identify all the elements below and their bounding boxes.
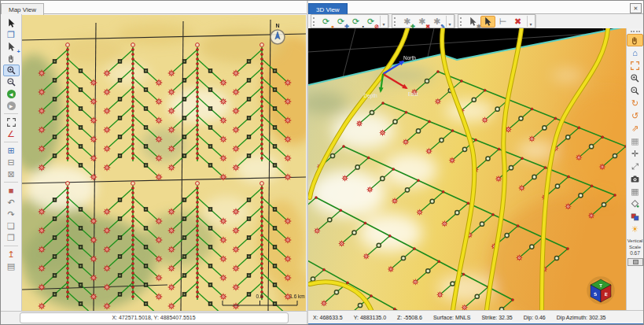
svg-text:T: T xyxy=(599,283,602,288)
pointer-mode-icon[interactable] xyxy=(480,16,495,28)
palette-icon[interactable] xyxy=(627,210,643,223)
toolbar-separator xyxy=(4,182,18,183)
svg-text:1.6 km: 1.6 km xyxy=(289,294,305,299)
toolbar-group-3: ✱⊢✖▾ xyxy=(458,14,535,28)
send-backward-icon[interactable]: ❐ xyxy=(3,232,20,244)
snapshot-icon[interactable] xyxy=(627,172,643,185)
zoom-in-3d-icon[interactable] xyxy=(627,72,643,84)
view3d-toolbar: ⟳●⟳✚⟳▪⟳⊘▾✱✚✱✖✱✎▾✱⊢✖▾ xyxy=(308,14,644,28)
toolbar-grip[interactable] xyxy=(394,17,397,26)
vertical-scale-slider[interactable] xyxy=(627,258,643,266)
toolbar-overflow-icon[interactable]: ▾ xyxy=(446,16,453,27)
grid-toggle-icon[interactable]: ▦ xyxy=(627,185,643,198)
refresh-scene-icon[interactable]: ⟳● xyxy=(318,16,333,28)
toolbar-group-1: ⟳●⟳✚⟳▪⟳⊘▾ xyxy=(311,14,388,28)
zoom-out-icon[interactable] xyxy=(3,76,20,88)
home-view-icon[interactable]: ⌂ xyxy=(627,46,643,59)
bring-forward-icon[interactable]: ❏ xyxy=(3,220,20,232)
svg-text:N: N xyxy=(275,23,279,28)
map-tabbar: Map View xyxy=(1,1,307,14)
orbit-plane-icon[interactable]: ⇗ xyxy=(627,122,643,135)
measure-angle-icon[interactable]: ∠ xyxy=(3,128,20,140)
toolbar-overflow-icon[interactable]: ▾ xyxy=(527,16,534,27)
pan-hand-icon[interactable] xyxy=(3,53,20,65)
vertical-scale-label: Vertical xyxy=(627,238,643,245)
view3d-tabbar: 3D View ✕ xyxy=(308,1,644,14)
fill-color-icon[interactable] xyxy=(627,198,643,210)
edit-object-icon[interactable]: ✱✎ xyxy=(429,16,444,28)
vertical-scale-value: 0.67 xyxy=(627,250,643,257)
map-view-panel: Map View ❐+◀▶∠⊞⊟⊠■↶↷❏❐↥▤ N0.81.6 km X: 4… xyxy=(1,1,307,325)
map-toolbar: ❐+◀▶∠⊞⊟⊠■↶↷❏❐↥▤ xyxy=(1,14,22,311)
rotate-view-icon[interactable]: ↻ xyxy=(627,97,643,109)
status-segment: X: 468633.5 xyxy=(313,315,343,320)
map-status-coordinates: X: 472571.5018, Y: 4885407.5515 xyxy=(20,312,289,323)
toolbar-grip[interactable] xyxy=(313,17,316,26)
svg-text:North: North xyxy=(403,55,416,61)
zoom-out-3d-icon[interactable] xyxy=(627,84,643,97)
select-plus-cursor-icon[interactable]: + xyxy=(3,41,20,53)
zoom-in-icon[interactable] xyxy=(3,65,20,76)
next-view-icon[interactable]: ▶ xyxy=(3,100,20,112)
map-statusbar: X: 472571.5018, Y: 4885407.5515 xyxy=(1,311,307,324)
stop-icon[interactable]: ■ xyxy=(3,185,20,197)
edit-nodes-icon[interactable]: ⊢ xyxy=(495,16,510,28)
status-segment: Z: -5508.6 xyxy=(397,315,422,320)
delete-icon[interactable]: ✖ xyxy=(510,16,525,28)
select-layers-icon[interactable]: ❐ xyxy=(3,29,20,41)
status-segment: Surface: MNLS xyxy=(433,315,470,320)
export-icon[interactable]: ↥ xyxy=(3,249,20,260)
previous-view-icon[interactable]: ◀ xyxy=(3,88,20,100)
layer-list-icon[interactable]: ▤ xyxy=(3,260,20,272)
toolbar-group-2: ✱✚✱✖✱✎▾ xyxy=(392,14,454,28)
svg-text:East: East xyxy=(407,91,418,97)
add-object-icon[interactable]: ✱✚ xyxy=(399,16,414,28)
select-object-icon[interactable]: ✱ xyxy=(466,16,480,28)
undo-icon[interactable]: ↶ xyxy=(3,197,20,209)
slider-handle[interactable] xyxy=(633,260,638,264)
vertical-scale-control: Vertical Scale 0.67 xyxy=(627,238,643,266)
fit-view-icon[interactable] xyxy=(627,59,643,72)
orientation-cube: TSE xyxy=(588,278,613,303)
status-segment: Dip: 0.46 xyxy=(524,315,546,320)
update-scene-icon[interactable]: ⟳▪ xyxy=(348,16,363,28)
toolbar-separator xyxy=(4,246,18,247)
toolbar-separator xyxy=(4,113,18,115)
select-cursor-icon[interactable] xyxy=(3,17,20,29)
vertical-scale-label2: Scale xyxy=(627,245,643,251)
lighting-icon[interactable]: ☀ xyxy=(627,223,643,235)
spin-view-icon[interactable]: ↺ xyxy=(627,109,643,122)
status-segment: Dip Azimuth: 302.35 xyxy=(557,315,606,320)
move-view-icon[interactable]: ✛ xyxy=(627,147,643,160)
view3d-panel: 3D View ✕ ⟳●⟳✚⟳▪⟳⊘▾✱✚✱✖✱✎▾✱⊢✖▾ NorthEast… xyxy=(308,1,644,325)
zoom-extents-icon[interactable] xyxy=(3,116,20,128)
status-segment: Strike: 32.35 xyxy=(481,315,512,320)
svg-text:S: S xyxy=(594,292,598,297)
section-plane-icon[interactable]: ▦ xyxy=(627,135,643,147)
delete-object-icon[interactable]: ✱✖ xyxy=(414,16,429,28)
selection-subtract-icon[interactable]: ⊟ xyxy=(3,157,20,168)
status-segment: Y: 4883135.0 xyxy=(354,315,386,320)
cancel-refresh-icon[interactable]: ⟳⊘ xyxy=(363,16,378,28)
view3d-side-toolbar: ⌂↻↺⇗▦✛⤢▦☀ Vertical Scale 0.67 xyxy=(626,28,643,310)
toolbar-grip[interactable] xyxy=(460,17,463,26)
pan-3d-icon[interactable] xyxy=(627,34,643,46)
map-canvas[interactable]: N0.81.6 km xyxy=(22,15,306,311)
toolbar-separator xyxy=(4,142,18,143)
toolbar-overflow-icon[interactable]: ▾ xyxy=(380,16,387,27)
svg-text:Depth: Depth xyxy=(363,93,377,99)
selection-clear-icon[interactable]: ⊠ xyxy=(3,168,20,180)
redo-icon[interactable]: ↷ xyxy=(3,209,20,220)
close-icon[interactable]: ✕ xyxy=(630,3,642,13)
svg-text:E: E xyxy=(604,292,608,297)
toolbar-grip[interactable] xyxy=(631,31,640,32)
selection-add-icon[interactable]: ⊞ xyxy=(3,145,20,157)
svg-text:0.8: 0.8 xyxy=(256,294,263,299)
view3d-canvas[interactable]: NorthEastDepthTSE xyxy=(308,28,626,310)
view3d-statusbar: X: 468633.5Y: 4883135.0Z: -5508.6Surface… xyxy=(308,310,644,323)
application-window: Map View ❐+◀▶∠⊞⊟⊠■↶↷❏❐↥▤ N0.81.6 km X: 4… xyxy=(0,0,644,325)
sync-views-icon[interactable]: ⟳✚ xyxy=(333,16,348,28)
expand-view-icon[interactable]: ⤢ xyxy=(627,160,643,172)
